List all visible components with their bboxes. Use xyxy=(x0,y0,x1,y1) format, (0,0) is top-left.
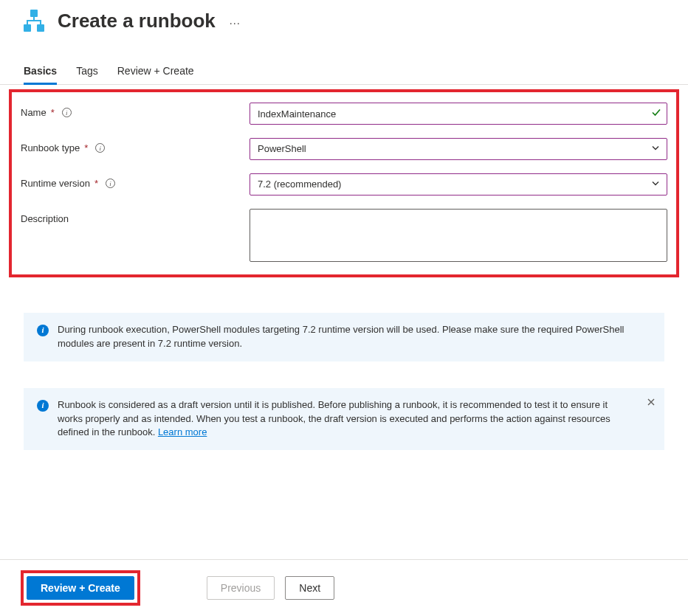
runbook-tree-icon xyxy=(21,7,47,34)
svg-rect-0 xyxy=(30,10,38,17)
info-banner-text: Runbook is considered as a draft version… xyxy=(58,399,610,438)
name-input[interactable] xyxy=(250,103,667,125)
svg-rect-2 xyxy=(37,24,44,32)
tab-tags[interactable]: Tags xyxy=(76,65,98,84)
learn-more-link[interactable]: Learn more xyxy=(158,426,207,437)
checkmark-icon xyxy=(651,108,661,120)
type-select-value: PowerShell xyxy=(258,143,306,154)
type-select[interactable]: PowerShell xyxy=(250,138,667,160)
tab-review[interactable]: Review + Create xyxy=(117,65,194,84)
more-options-button[interactable]: … xyxy=(229,14,241,27)
tabs-bar: Basics Tags Review + Create xyxy=(0,40,688,85)
name-label: Name * i xyxy=(21,103,250,118)
info-icon: i xyxy=(37,400,49,412)
info-banner-text: During runbook execution, PowerShell mod… xyxy=(58,323,635,351)
form-highlight: Name * i Runbook type * i PowerShell xyxy=(9,89,679,277)
next-button[interactable]: Next xyxy=(285,576,334,600)
close-icon[interactable] xyxy=(647,395,656,410)
info-icon[interactable]: i xyxy=(106,179,115,188)
required-asterisk: * xyxy=(51,107,55,118)
svg-rect-1 xyxy=(24,24,31,32)
info-icon[interactable]: i xyxy=(62,108,72,117)
description-label: Description xyxy=(21,209,250,224)
info-banner-modules: i During runbook execution, PowerShell m… xyxy=(24,313,664,361)
info-icon[interactable]: i xyxy=(95,143,105,153)
info-icon: i xyxy=(37,325,49,336)
info-banner-draft: i Runbook is considered as a draft versi… xyxy=(24,388,664,451)
review-button-highlight: Review + Create xyxy=(21,570,140,606)
info-banner-content: Runbook is considered as a draft version… xyxy=(58,398,635,440)
name-label-text: Name xyxy=(21,107,47,118)
version-label: Runtime version * i xyxy=(21,173,250,189)
footer-bar: Review + Create Previous Next xyxy=(0,559,688,616)
required-asterisk: * xyxy=(94,178,98,189)
review-create-button[interactable]: Review + Create xyxy=(27,576,134,600)
description-label-text: Description xyxy=(21,213,69,224)
page-title: Create a runbook xyxy=(58,10,216,32)
version-label-text: Runtime version xyxy=(21,178,90,189)
tab-basics[interactable]: Basics xyxy=(24,65,57,84)
description-textarea[interactable] xyxy=(250,209,667,262)
type-label: Runbook type * i xyxy=(21,138,250,153)
type-label-text: Runbook type xyxy=(21,142,80,153)
page-header: Create a runbook … xyxy=(0,0,688,40)
previous-button: Previous xyxy=(207,576,275,600)
required-asterisk: * xyxy=(84,142,88,153)
version-select[interactable]: 7.2 (recommended) xyxy=(250,173,667,195)
version-select-value: 7.2 (recommended) xyxy=(258,179,341,190)
